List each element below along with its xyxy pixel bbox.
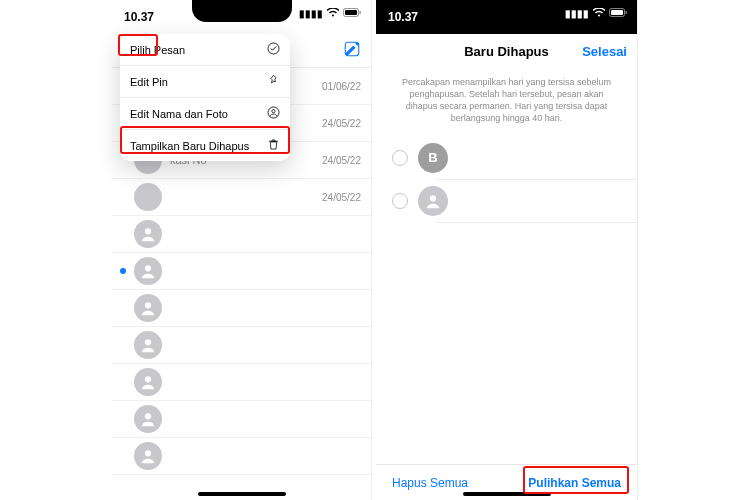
phone-left: 10.37 ▮▮▮▮ Edit Pesan Pilih Pesan Edit P… — [112, 0, 372, 500]
delete-all-button[interactable]: Hapus Semua — [392, 476, 468, 490]
status-right: ▮▮▮▮ — [299, 8, 361, 19]
signal-icon: ▮▮▮▮ — [565, 8, 589, 19]
avatar — [134, 183, 162, 211]
info-text: Percakapan menampilkan hari yang tersisa… — [376, 68, 637, 137]
message-row[interactable]: 24/05/22 — [112, 179, 371, 216]
avatar — [134, 368, 162, 396]
menu-label: Pilih Pesan — [130, 44, 185, 56]
avatar: B — [418, 143, 448, 173]
message-row[interactable] — [112, 327, 371, 364]
svg-rect-2 — [360, 11, 361, 14]
wifi-icon — [327, 8, 339, 19]
wifi-icon — [593, 8, 605, 19]
avatar — [134, 257, 162, 285]
avatar — [134, 220, 162, 248]
avatar — [418, 186, 448, 216]
select-radio[interactable] — [392, 193, 408, 209]
person-circle-icon — [267, 106, 280, 121]
phone-right: 10.37 ▮▮▮▮ Baru Dihapus Selesai Percakap… — [376, 0, 638, 500]
avatar — [134, 294, 162, 322]
svg-point-7 — [145, 228, 151, 234]
status-bar: 10.37 ▮▮▮▮ — [112, 0, 371, 34]
svg-point-17 — [430, 195, 436, 201]
message-row[interactable] — [112, 401, 371, 438]
svg-point-10 — [145, 339, 151, 345]
status-time: 10.37 — [124, 10, 154, 24]
avatar-initial: B — [428, 150, 437, 165]
message-row[interactable] — [112, 438, 371, 475]
svg-point-8 — [145, 265, 151, 271]
avatar — [134, 331, 162, 359]
menu-label: Edit Pin — [130, 76, 168, 88]
nav-bar: Baru Dihapus Selesai — [376, 34, 637, 68]
message-row[interactable] — [112, 364, 371, 401]
avatar — [134, 405, 162, 433]
trash-icon — [267, 138, 280, 153]
recover-all-button[interactable]: Pulihkan Semua — [528, 476, 621, 490]
notch — [192, 0, 292, 22]
unread-dot-icon — [120, 268, 126, 274]
svg-point-6 — [272, 110, 275, 113]
menu-item-select[interactable]: Pilih Pesan — [120, 34, 290, 66]
menu-item-recently-deleted[interactable]: Tampilkan Baru Dihapus — [120, 130, 290, 161]
status-right: ▮▮▮▮ — [565, 8, 627, 19]
avatar — [134, 442, 162, 470]
svg-point-9 — [145, 302, 151, 308]
svg-rect-15 — [611, 10, 623, 15]
message-row[interactable] — [112, 253, 371, 290]
check-circle-icon — [267, 42, 280, 57]
menu-item-pin[interactable]: Edit Pin — [120, 66, 290, 98]
deleted-row[interactable]: B — [376, 137, 637, 179]
menu-label: Edit Nama dan Foto — [130, 108, 228, 120]
signal-icon: ▮▮▮▮ — [299, 8, 323, 19]
svg-point-12 — [145, 413, 151, 419]
message-date: 01/06/22 — [322, 81, 361, 92]
status-bar: 10.37 ▮▮▮▮ — [376, 0, 637, 34]
svg-rect-1 — [345, 10, 357, 15]
compose-button[interactable] — [343, 40, 361, 61]
status-time: 10.37 — [388, 10, 418, 24]
message-date: 24/05/22 — [322, 192, 361, 203]
battery-icon — [343, 8, 361, 19]
svg-point-11 — [145, 376, 151, 382]
deleted-sheet: Baru Dihapus Selesai Percakapan menampil… — [376, 34, 637, 500]
svg-point-13 — [145, 450, 151, 456]
done-button[interactable]: Selesai — [582, 44, 627, 59]
svg-rect-16 — [626, 11, 627, 14]
deleted-row[interactable] — [376, 180, 637, 222]
pin-icon — [267, 74, 280, 89]
message-date: 24/05/22 — [322, 155, 361, 166]
message-row[interactable] — [112, 290, 371, 327]
select-radio[interactable] — [392, 150, 408, 166]
home-indicator — [198, 492, 286, 496]
menu-label: Tampilkan Baru Dihapus — [130, 140, 249, 152]
message-row[interactable] — [112, 216, 371, 253]
message-date: 24/05/22 — [322, 118, 361, 129]
menu-item-name-photo[interactable]: Edit Nama dan Foto — [120, 98, 290, 130]
edit-menu-popup: Pilih Pesan Edit Pin Edit Nama dan Foto … — [120, 34, 290, 161]
battery-icon — [609, 8, 627, 19]
home-indicator — [463, 492, 551, 496]
